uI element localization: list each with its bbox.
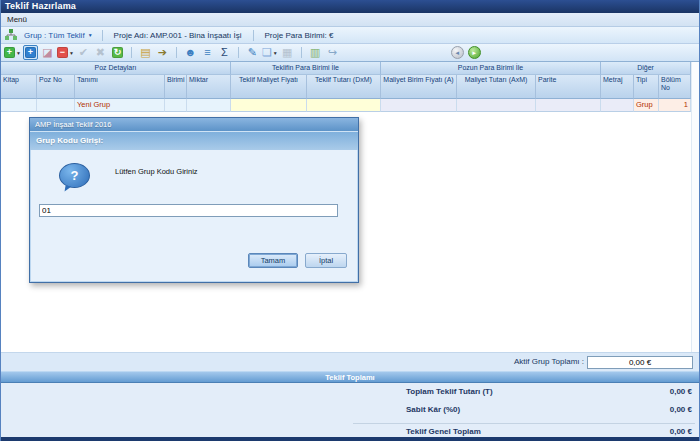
cell-parite[interactable] xyxy=(536,99,601,112)
apply-button[interactable]: ✔ xyxy=(76,45,91,60)
edit-chart-button[interactable]: ✎ xyxy=(245,45,260,60)
exit-icon: ↪ xyxy=(328,47,337,58)
cancel-edit-button[interactable]: ✖ xyxy=(93,45,108,60)
delete-button[interactable]: −▼ xyxy=(57,45,74,60)
add-child-icon: + xyxy=(25,47,36,58)
col-header-miktar[interactable]: Miktar xyxy=(187,75,231,99)
col-group-pozun-para[interactable]: Pozun Para Birimi İle xyxy=(381,62,601,75)
ok-button[interactable]: Tamam xyxy=(248,253,298,268)
cell-birimi[interactable] xyxy=(165,99,187,112)
dialog-titlebar[interactable]: AMP İnşaat Teklif 2016 xyxy=(30,118,358,131)
col-header-bolum-no[interactable]: Bölüm No xyxy=(659,75,691,99)
cell-kitap[interactable] xyxy=(1,99,37,112)
group-selector-label: Grup : Tüm Teklif xyxy=(24,31,85,40)
col-group-poz-detaylari[interactable]: Poz Detayları xyxy=(1,62,231,75)
cell-tipi[interactable]: Grup xyxy=(634,99,659,112)
dialog-header: Grup Kodu Girişi: xyxy=(30,131,358,150)
add-button[interactable]: +▼ xyxy=(4,45,21,60)
col-header-teklif-tutari[interactable]: Teklif Tutarı (DxM) xyxy=(307,75,381,99)
col-group-teklif-para[interactable]: Teklifin Para Birimi İle xyxy=(231,62,381,75)
cell-metraj[interactable] xyxy=(601,99,634,112)
cell-bolum-no[interactable]: 1 xyxy=(659,99,691,112)
chevron-down-icon: ▼ xyxy=(69,50,74,56)
wallet-button[interactable]: ▤ xyxy=(138,45,153,60)
col-header-maliyet-tutari[interactable]: Maliyet Tutarı (AxM) xyxy=(457,75,536,99)
wallet-icon: ▤ xyxy=(140,47,150,58)
add-icon: + xyxy=(4,47,15,58)
cell-teklif-tutari[interactable] xyxy=(307,99,381,112)
active-group-total-field[interactable] xyxy=(587,356,693,369)
col-header-poz-no[interactable]: Poz No xyxy=(37,75,75,99)
col-header-kitap[interactable]: Kitap xyxy=(1,75,37,99)
summary-row-profit: Sabit Kâr (%0) 0,00 € xyxy=(1,405,699,417)
grid-vertical-scrollbar[interactable] xyxy=(691,62,699,352)
main-toolbar-buttons: +▼+◪−▼✔✖↻▤➔☻≡Σ✎❏▼▦▥↪◄► xyxy=(3,45,483,60)
summary-label: Teklif Genel Toplam xyxy=(406,427,481,436)
col-header-teklif-maliyet[interactable]: Teklif Maliyet Fiyatı xyxy=(231,75,307,99)
cancel-button[interactable]: İptal xyxy=(305,253,347,268)
window-titlebar: Teklif Hazırlama xyxy=(1,0,699,13)
person-icon: ☻ xyxy=(185,47,197,58)
summary-label: Sabit Kâr (%0) xyxy=(406,405,460,414)
cell-maliyet-tutari[interactable] xyxy=(457,99,536,112)
person-button[interactable]: ☻ xyxy=(183,45,198,60)
cell-teklif-maliyet[interactable] xyxy=(231,99,307,112)
toolbar-divider xyxy=(102,30,103,41)
exit-button[interactable]: ↪ xyxy=(325,45,340,60)
dialog-header-text: Grup Kodu Girişi: xyxy=(36,136,103,145)
question-icon: ? xyxy=(59,163,90,188)
cell-tanimi[interactable]: Yeni Grup xyxy=(75,99,165,112)
nav-back-button[interactable]: ◄ xyxy=(451,46,464,59)
transfer-button[interactable]: ➔ xyxy=(155,45,170,60)
col-header-metraj[interactable]: Metraj xyxy=(601,75,634,99)
cell-poz-no[interactable] xyxy=(37,99,75,112)
nav-go-button[interactable]: ► xyxy=(468,46,481,59)
refresh-icon: ↻ xyxy=(112,47,123,58)
card-button[interactable]: ▥ xyxy=(308,45,323,60)
col-group-diger[interactable]: Diğer xyxy=(601,62,691,75)
chevron-down-icon: ▼ xyxy=(88,32,93,38)
project-currency-label: Proje Para Birimi: € xyxy=(259,31,340,40)
cell-maliyet-birim[interactable] xyxy=(381,99,457,112)
folder-button[interactable]: ❏▼ xyxy=(262,45,278,60)
hierarchy-button[interactable]: ≡ xyxy=(200,45,215,60)
chevron-down-icon: ▼ xyxy=(16,50,21,56)
summary-panel: Toplam Teklif Tutarı (T) 0,00 € Sabit Kâ… xyxy=(1,383,699,437)
cell-miktar[interactable] xyxy=(187,99,231,112)
application-window: Teklif Hazırlama Menü Grup : Tüm Teklif … xyxy=(0,0,700,441)
summary-divider xyxy=(353,423,695,424)
col-header-tanimi[interactable]: Tanımı xyxy=(75,75,165,99)
cancel-edit-icon: ✖ xyxy=(96,47,105,58)
print-button[interactable]: ▦ xyxy=(280,45,295,60)
dialog-body: ? Lütfen Grup Kodu Giriniz Tamam İptal xyxy=(30,150,358,284)
active-group-bar: Aktif Grup Toplamı : xyxy=(1,352,699,371)
summary-value: 0,00 € xyxy=(670,405,692,414)
edit-chart-icon: ✎ xyxy=(248,47,257,58)
summary-row-grand-total: Teklif Genel Toplam 0,00 € xyxy=(1,427,699,439)
transfer-icon: ➔ xyxy=(158,47,167,58)
sum-icon: Σ xyxy=(221,47,228,58)
group-tree-icon xyxy=(5,29,17,41)
group-code-input[interactable] xyxy=(39,204,338,217)
sum-button[interactable]: Σ xyxy=(217,45,232,60)
main-toolbar: +▼+◪−▼✔✖↻▤➔☻≡Σ✎❏▼▦▥↪◄► xyxy=(1,44,699,62)
dialog-prompt: Lütfen Grup Kodu Giriniz xyxy=(115,167,198,176)
active-group-label: Aktif Grup Toplamı : xyxy=(514,357,584,366)
col-header-parite[interactable]: Parite xyxy=(536,75,601,99)
table-row: Yeni Grup Grup 1 xyxy=(1,99,691,112)
window-title: Teklif Hazırlama xyxy=(5,1,76,11)
refresh-button[interactable]: ↻ xyxy=(110,45,125,60)
add-child-button[interactable]: + xyxy=(23,45,38,60)
group-selector[interactable]: Grup : Tüm Teklif ▼ xyxy=(20,31,97,40)
grid-column-header-row: Kitap Poz No Tanımı Birimi Miktar Teklif… xyxy=(1,75,691,99)
col-header-tipi[interactable]: Tipi xyxy=(634,75,659,99)
menu-item-menu[interactable]: Menü xyxy=(1,13,33,27)
summary-value: 0,00 € xyxy=(670,387,692,396)
summary-section-title: Teklif Toplamı xyxy=(325,373,374,382)
col-header-birimi[interactable]: Birimi xyxy=(165,75,187,99)
col-header-maliyet-birim[interactable]: Maliyet Birim Fiyatı (A) xyxy=(381,75,457,99)
grid-group-header-row: Poz Detayları Teklifin Para Birimi İle P… xyxy=(1,62,691,75)
eraser-button[interactable]: ◪ xyxy=(40,45,55,60)
toolbar-divider xyxy=(176,47,177,58)
summary-row-total: Toplam Teklif Tutarı (T) 0,00 € xyxy=(1,387,699,399)
